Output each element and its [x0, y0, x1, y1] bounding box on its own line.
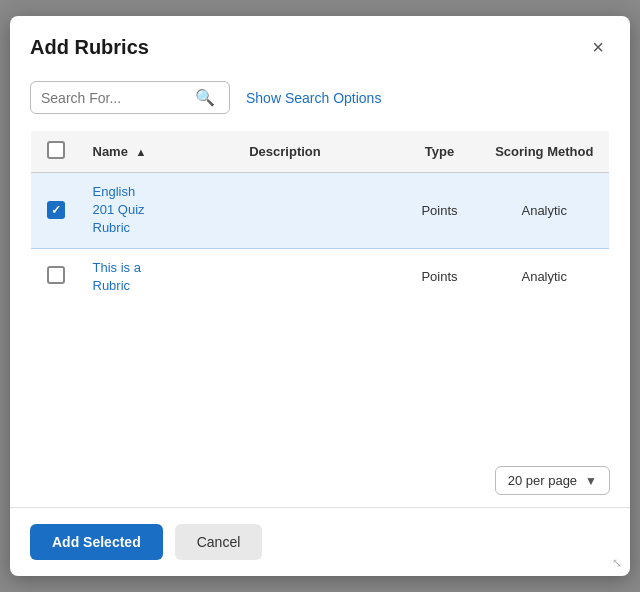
header-type: Type	[400, 131, 480, 173]
resize-handle-icon: ⤡	[612, 556, 622, 570]
row-type-cell: Points	[400, 173, 480, 249]
header-name[interactable]: Name ▲	[81, 131, 171, 173]
header-description: Description	[171, 131, 400, 173]
row-checkbox[interactable]	[47, 201, 65, 219]
row-name-cell: This is a Rubric	[81, 248, 171, 305]
add-selected-button[interactable]: Add Selected	[30, 524, 163, 560]
per-page-selector[interactable]: 20 per page ▼	[495, 466, 610, 495]
cancel-button[interactable]: Cancel	[175, 524, 263, 560]
search-input[interactable]	[41, 90, 191, 106]
modal-title: Add Rubrics	[30, 36, 149, 59]
close-button[interactable]: ×	[586, 34, 610, 61]
show-search-options-link[interactable]: Show Search Options	[246, 90, 381, 106]
pagination-row: 20 per page ▼	[10, 454, 630, 503]
header-checkbox-cell	[31, 131, 81, 173]
search-row: 🔍 Show Search Options	[10, 73, 630, 130]
row-checkbox-cell	[31, 248, 81, 305]
sort-arrow-icon: ▲	[136, 146, 147, 158]
table-row: This is a RubricPointsAnalytic	[31, 248, 610, 305]
row-description-cell	[171, 173, 400, 249]
per-page-label: 20 per page	[508, 473, 577, 488]
row-description-cell	[171, 248, 400, 305]
rubrics-table-container: Name ▲ Description Type Scoring Method E…	[10, 130, 630, 454]
row-type-cell: Points	[400, 248, 480, 305]
select-all-checkbox[interactable]	[47, 141, 65, 159]
chevron-down-icon: ▼	[585, 474, 597, 488]
row-scoring-method-cell: Analytic	[480, 173, 610, 249]
table-header-row: Name ▲ Description Type Scoring Method	[31, 131, 610, 173]
search-box: 🔍	[30, 81, 230, 114]
row-checkbox-cell	[31, 173, 81, 249]
row-checkbox[interactable]	[47, 266, 65, 284]
row-name-cell: English 201 Quiz Rubric	[81, 173, 171, 249]
search-icon: 🔍	[195, 88, 215, 107]
rubrics-table: Name ▲ Description Type Scoring Method E…	[30, 130, 610, 306]
header-scoring-method: Scoring Method	[480, 131, 610, 173]
modal-footer: Add Selected Cancel ⤡	[10, 507, 630, 576]
rubric-name-link[interactable]: English 201 Quiz Rubric	[93, 183, 159, 238]
add-rubrics-modal: Add Rubrics × 🔍 Show Search Options Name…	[10, 16, 630, 576]
table-row: English 201 Quiz RubricPointsAnalytic	[31, 173, 610, 249]
modal-header: Add Rubrics ×	[10, 16, 630, 73]
row-scoring-method-cell: Analytic	[480, 248, 610, 305]
rubric-name-link[interactable]: This is a Rubric	[93, 259, 159, 295]
